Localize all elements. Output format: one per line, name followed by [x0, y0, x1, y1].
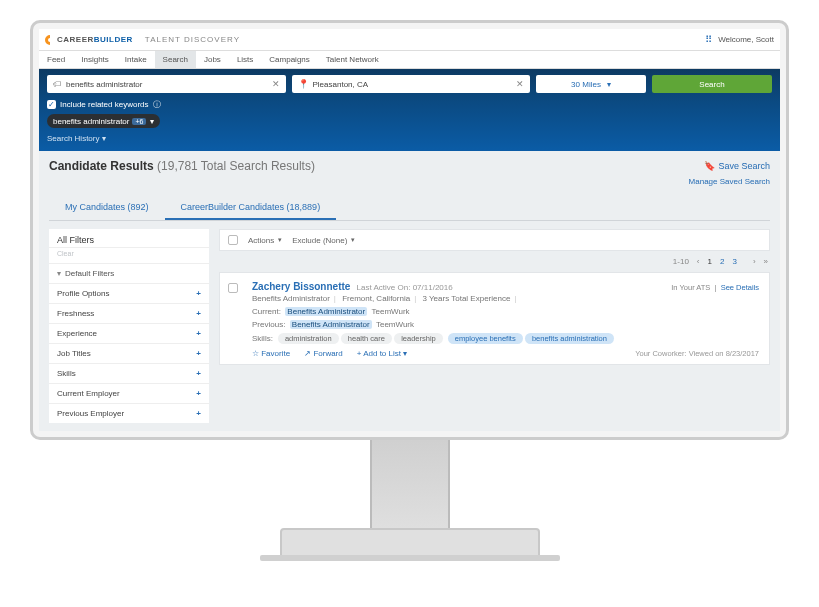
- pager-window: 1-10: [673, 257, 689, 266]
- pager-next-icon[interactable]: ›: [753, 257, 756, 266]
- pin-icon: 📍: [298, 79, 309, 89]
- result-tab-0[interactable]: My Candidates (892): [49, 196, 165, 220]
- forward-button[interactable]: ↗ Forward: [304, 349, 343, 358]
- keyword-pill[interactable]: benefits administrator +6 ▾: [47, 114, 160, 128]
- skills-label: Skills:: [252, 334, 273, 343]
- pager-last-icon[interactable]: »: [764, 257, 768, 266]
- brand-text-right: BUILDER: [94, 35, 133, 44]
- keyword-pill-label: benefits administrator: [53, 117, 129, 126]
- candidate-subline: Benefits Administrator| Fremont, Califor…: [252, 294, 759, 303]
- filters-group-title[interactable]: ▾ Default Filters: [49, 263, 209, 283]
- chevron-down-icon: ▾: [102, 134, 106, 143]
- brand-icon: [45, 35, 55, 45]
- clear-keyword-icon[interactable]: ✕: [272, 79, 280, 89]
- apps-grid-icon[interactable]: ⠿: [705, 34, 712, 45]
- radius-select[interactable]: 30 Miles ▾: [536, 75, 646, 93]
- filter-profile-options[interactable]: Profile Options+: [49, 283, 209, 303]
- monitor-stand-foot: [260, 555, 560, 561]
- plus-icon: +: [196, 369, 201, 378]
- result-tab-1[interactable]: CareerBuilder Candidates (18,889): [165, 196, 337, 220]
- brand-logo: CAREERBUILDER: [45, 35, 133, 45]
- menu-talent-network[interactable]: Talent Network: [318, 51, 387, 68]
- add-to-list-button[interactable]: + Add to List ▾: [357, 349, 408, 358]
- search-history-link[interactable]: Search History ▾: [47, 134, 772, 143]
- candidate-last-active: Last Active On: 07/11/2016: [357, 283, 453, 292]
- plus-icon: +: [196, 309, 201, 318]
- results-header-row: Candidate Results (19,781 Total Search R…: [49, 159, 770, 173]
- actions-dropdown[interactable]: Actions ▾: [248, 236, 282, 245]
- tag-icon: 🏷: [53, 79, 62, 89]
- filter-previous-employer[interactable]: Previous Employer+: [49, 403, 209, 423]
- pager-page-1[interactable]: 1: [708, 257, 712, 266]
- candidate-checkbox[interactable]: [228, 283, 238, 293]
- menu-lists[interactable]: Lists: [229, 51, 261, 68]
- skill-tag-highlight[interactable]: benefits administration: [525, 333, 614, 344]
- body: Candidate Results (19,781 Total Search R…: [39, 151, 780, 431]
- candidate-skills: Skills: administration health care leade…: [252, 334, 759, 343]
- main-menu: FeedInsightsIntakeSearchJobsListsCampaig…: [39, 51, 780, 69]
- screen: CAREERBUILDER TALENT DISCOVERY ⠿ Welcome…: [39, 29, 780, 431]
- chevron-down-icon: ▾: [607, 80, 611, 89]
- chevron-down-icon: ▾: [57, 269, 61, 278]
- candidate-name[interactable]: Zachery Bissonnette: [252, 281, 350, 292]
- filter-freshness[interactable]: Freshness+: [49, 303, 209, 323]
- pager-page-3[interactable]: 3: [732, 257, 736, 266]
- pager: 1-10 ‹ 123 › »: [219, 251, 770, 272]
- candidate-previous: Previous: Benefits Administrator TeemWur…: [252, 320, 759, 329]
- clear-location-icon[interactable]: ✕: [516, 79, 524, 89]
- search-button[interactable]: Search: [652, 75, 772, 93]
- top-bar: CAREERBUILDER TALENT DISCOVERY ⠿ Welcome…: [39, 29, 780, 51]
- plus-icon: +: [196, 409, 201, 418]
- skill-tag-highlight[interactable]: employee benefits: [448, 333, 523, 344]
- location-value: Pleasanton, CA: [313, 80, 369, 89]
- filter-current-employer[interactable]: Current Employer+: [49, 383, 209, 403]
- pager-prev-icon[interactable]: ‹: [697, 257, 700, 266]
- pager-page-2[interactable]: 2: [720, 257, 724, 266]
- card-footer-note: Your Coworker: Viewed on 8/23/2017: [635, 349, 759, 358]
- filters-clear-link[interactable]: Clear: [49, 248, 209, 263]
- favorite-button[interactable]: ☆ Favorite: [252, 349, 290, 358]
- brand-text-left: CAREER: [57, 35, 94, 44]
- menu-feed[interactable]: Feed: [39, 51, 73, 68]
- menu-campaigns[interactable]: Campaigns: [261, 51, 317, 68]
- filter-experience[interactable]: Experience+: [49, 323, 209, 343]
- skill-tag[interactable]: leadership: [394, 333, 443, 344]
- select-all-checkbox[interactable]: [228, 235, 238, 245]
- filter-job-titles[interactable]: Job Titles+: [49, 343, 209, 363]
- candidate-card: In Your ATS | See Details Zachery Bisson…: [219, 272, 770, 365]
- skill-tag[interactable]: health care: [341, 333, 392, 344]
- menu-search[interactable]: Search: [155, 51, 196, 68]
- welcome-user[interactable]: Welcome, Scott: [718, 35, 774, 44]
- candidate-current: Current: Benefits Administrator TeemWurk: [252, 307, 759, 316]
- product-name: TALENT DISCOVERY: [145, 35, 240, 44]
- results-count: (19,781 Total Search Results): [157, 159, 315, 173]
- result-tabs: My Candidates (892)CareerBuilder Candida…: [49, 196, 770, 221]
- location-input[interactable]: 📍 Pleasanton, CA ✕: [292, 75, 531, 93]
- filter-skills[interactable]: Skills+: [49, 363, 209, 383]
- save-search-link[interactable]: 🔖 Save Search: [704, 161, 770, 171]
- keyword-input[interactable]: 🏷 benefits administrator ✕: [47, 75, 286, 93]
- chevron-down-icon: ▾: [351, 236, 355, 244]
- menu-jobs[interactable]: Jobs: [196, 51, 229, 68]
- check-icon: ✓: [47, 100, 56, 109]
- exclude-dropdown[interactable]: Exclude (None) ▾: [292, 236, 355, 245]
- manage-saved-link[interactable]: Manage Saved Search: [49, 177, 770, 186]
- info-icon[interactable]: ⓘ: [153, 99, 161, 110]
- see-details-link[interactable]: See Details: [721, 283, 759, 292]
- menu-intake[interactable]: Intake: [117, 51, 155, 68]
- include-related-checkbox[interactable]: ✓ Include related keywords ⓘ: [47, 99, 161, 110]
- keyword-value: benefits administrator: [66, 80, 142, 89]
- plus-icon: +: [196, 389, 201, 398]
- keyword-pill-count: +6: [132, 118, 146, 125]
- card-top-right: In Your ATS | See Details: [671, 283, 759, 292]
- plus-icon: +: [196, 349, 201, 358]
- plus-icon: +: [196, 329, 201, 338]
- plus-icon: +: [196, 289, 201, 298]
- bookmark-icon: 🔖: [704, 161, 715, 171]
- menu-insights[interactable]: Insights: [73, 51, 117, 68]
- chevron-down-icon: ▾: [150, 117, 154, 126]
- results-heading: Candidate Results (19,781 Total Search R…: [49, 159, 315, 173]
- chevron-down-icon: ▾: [278, 236, 282, 244]
- skill-tag[interactable]: administration: [278, 333, 339, 344]
- in-ats-badge: In Your ATS: [671, 283, 710, 292]
